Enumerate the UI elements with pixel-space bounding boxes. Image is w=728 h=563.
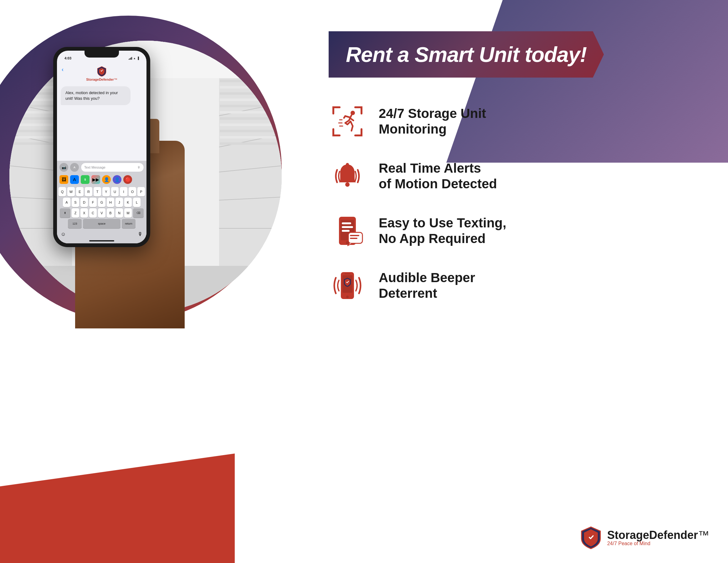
texting-text: Easy to Use Texting, No App Required (379, 215, 506, 247)
svg-rect-44 (342, 226, 353, 228)
key-l[interactable]: L (133, 198, 141, 207)
key-j[interactable]: J (115, 198, 123, 207)
key-y[interactable]: Y (102, 187, 110, 197)
key-k[interactable]: K (124, 198, 132, 207)
avatar2-icon[interactable]: 👤 (113, 175, 121, 184)
logo-brand-bold: Defender (649, 529, 698, 541)
key-s[interactable]: S (72, 198, 79, 207)
app-icons-row: 🖼 A $ ▶▶ 👤 👤 🔴 (57, 174, 146, 185)
delete-key[interactable]: ⌫ (133, 208, 144, 218)
battery-icon: ▐ (137, 57, 139, 60)
svg-rect-52 (345, 274, 350, 274)
return-key[interactable]: return (122, 219, 136, 228)
beeper-title-line1: Audible Beeper (379, 270, 475, 285)
svg-rect-45 (342, 230, 350, 232)
key-f[interactable]: F (89, 198, 97, 207)
music-icon[interactable]: ▶▶ (91, 175, 100, 184)
bottom-bar: ☺ 🎙 (57, 230, 146, 239)
key-b[interactable]: B (107, 208, 114, 218)
logo-brand-prefix: Storage (607, 529, 649, 541)
monitoring-title-line1: 24/7 Storage Unit (379, 106, 486, 121)
beeper-icon-wrap (329, 267, 366, 304)
monitoring-text: 24/7 Storage Unit Monitoring (379, 106, 486, 137)
hand-phone-container: 4:03 ▲ ▐ ‹ (19, 31, 307, 328)
svg-rect-43 (342, 223, 351, 224)
avatar1-icon[interactable]: 👤 (102, 175, 111, 184)
key-u[interactable]: U (111, 187, 119, 197)
logo-text: StorageDefender™ 24/7 Peace of Mind (607, 530, 709, 546)
bg-bottom-left-shape (0, 453, 235, 563)
key-n[interactable]: N (115, 208, 123, 218)
logo-tagline: 24/7 Peace of Mind (607, 541, 709, 546)
key-row-3: ⬆ Z X C V B N M ⌫ (58, 208, 145, 218)
sticker-icon[interactable]: 🔴 (123, 175, 132, 184)
phone-content: ‹ StorageDefender™ Alex, motion detected… (57, 63, 146, 243)
svg-point-53 (346, 295, 349, 298)
key-z[interactable]: Z (72, 208, 79, 218)
page-title: Rent a Smart Unit today! (346, 42, 587, 67)
header-banner-bg: Rent a Smart Unit today! (329, 31, 604, 78)
numbers-key[interactable]: 123 (68, 219, 82, 228)
key-row-bottom: 123 space return (58, 219, 145, 228)
beeper-title-line2: Deterrent (379, 286, 437, 300)
key-x[interactable]: X (80, 208, 88, 218)
status-icons: ▲ ▐ (129, 57, 139, 60)
emoji-icon[interactable]: ☺ (61, 232, 66, 237)
texting-title-line2: No App Required (379, 231, 485, 246)
key-row-1: Q W E R T Y U I O P (58, 187, 145, 197)
space-key[interactable]: space (83, 219, 120, 228)
beeper-text: Audible Beeper Deterrent (379, 270, 475, 301)
key-a[interactable]: A (63, 198, 70, 207)
beeper-icon (330, 269, 365, 303)
svg-rect-48 (350, 238, 357, 239)
appstore-icon[interactable]: A (70, 175, 79, 184)
key-p[interactable]: P (137, 187, 145, 197)
key-v[interactable]: V (98, 208, 105, 218)
key-d[interactable]: D (80, 198, 88, 207)
dictation-icon[interactable]: 🎙 (138, 232, 143, 237)
texting-icon (330, 214, 365, 248)
key-g[interactable]: G (98, 198, 105, 207)
right-content: Rent a Smart Unit today! (329, 31, 704, 304)
mic-icon: 🎙 (137, 166, 141, 169)
key-h[interactable]: H (107, 198, 114, 207)
cash-icon[interactable]: $ (81, 175, 90, 184)
phone-screen: 4:03 ▲ ▐ ‹ (57, 51, 146, 243)
photos-icon[interactable]: 🖼 (59, 175, 68, 184)
svg-point-40 (346, 163, 349, 166)
alerts-icon (330, 159, 365, 193)
message-bubble: Alex, motion detected in your unit! Was … (61, 86, 131, 105)
logo-bottom: StorageDefender™ 24/7 Peace of Mind (578, 525, 709, 550)
text-placeholder: Text Message (84, 166, 105, 169)
key-m[interactable]: M (124, 208, 132, 218)
text-input[interactable]: Text Message 🎙 (81, 163, 144, 172)
monitoring-title-line2: Monitoring (379, 122, 447, 136)
alerts-title-line1: Real Time Alerts (379, 161, 481, 176)
svg-point-49 (346, 241, 349, 244)
key-c[interactable]: C (89, 208, 97, 218)
key-i[interactable]: I (120, 187, 127, 197)
messages-area: Alex, motion detected in your unit! Was … (57, 83, 146, 161)
feature-texting: Easy to Use Texting, No App Required (329, 212, 704, 250)
logo-brand: StorageDefender™ (607, 530, 709, 541)
key-row-2: A S D F G H J K L (58, 198, 145, 207)
message-text: Alex, motion detected in your unit! Was … (65, 90, 118, 101)
phone-time: 4:03 (64, 56, 71, 60)
signal-icon (129, 57, 132, 60)
key-o[interactable]: O (129, 187, 136, 197)
home-indicator (89, 240, 114, 242)
alerts-icon-wrap (329, 157, 366, 195)
key-r[interactable]: R (85, 187, 92, 197)
texting-title-line1: Easy to Use Texting, (379, 216, 506, 230)
shift-key[interactable]: ⬆ (60, 208, 70, 218)
text-input-row: 📷 A Text Message 🎙 (59, 163, 144, 172)
alerts-title-line2: of Motion Detected (379, 177, 497, 191)
key-w[interactable]: W (67, 187, 75, 197)
siri-suggestions-button[interactable]: A (70, 163, 79, 172)
camera-button[interactable]: 📷 (59, 163, 68, 172)
key-t[interactable]: T (94, 187, 101, 197)
key-q[interactable]: Q (59, 187, 66, 197)
logo-shield-icon (578, 525, 603, 550)
back-button[interactable]: ‹ (62, 66, 64, 73)
key-e[interactable]: E (76, 187, 84, 197)
